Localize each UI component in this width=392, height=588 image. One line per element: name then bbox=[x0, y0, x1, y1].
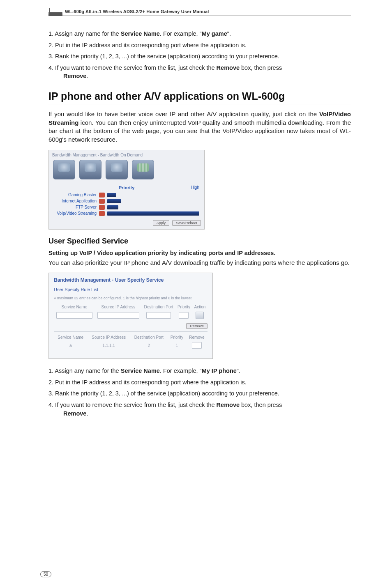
source-ip-input[interactable] bbox=[97, 312, 139, 319]
dest-port-input[interactable] bbox=[146, 312, 171, 319]
bar-row: Gaming Blaster bbox=[54, 193, 199, 198]
page-number: 50 bbox=[40, 571, 51, 577]
bar-fill bbox=[107, 199, 121, 203]
cell-dest-port: 2 bbox=[130, 341, 168, 349]
router-icon bbox=[48, 8, 62, 16]
bar-row: Internet Application bbox=[54, 199, 199, 204]
figure-user-specify: Bandwidth Management - User Specify Serv… bbox=[48, 273, 213, 359]
remove-button[interactable]: Remove bbox=[186, 323, 208, 329]
bar-icon bbox=[99, 193, 105, 198]
save-reboot-button[interactable]: Save/Reboot bbox=[172, 220, 201, 226]
bar-row: FTP Server bbox=[54, 205, 199, 210]
column-header: Action bbox=[192, 304, 208, 311]
bar-icon bbox=[99, 211, 105, 216]
table-row bbox=[54, 311, 208, 320]
bar-icon bbox=[99, 199, 105, 204]
column-header: Source IP Address bbox=[87, 334, 130, 341]
step-item: 2. Put in the IP address and its corresp… bbox=[48, 41, 351, 50]
bar-fill bbox=[107, 193, 116, 197]
subsection-heading: User Specified Service bbox=[48, 237, 351, 246]
bar-label: Gaming Blaster bbox=[54, 193, 97, 197]
bar-icon bbox=[99, 205, 105, 210]
bar-track bbox=[107, 211, 199, 216]
apply-button[interactable]: Apply bbox=[153, 220, 170, 226]
bar-row: VoIp/Video Streaming bbox=[54, 211, 199, 216]
section-paragraph: If you would like to have better voice o… bbox=[48, 110, 351, 144]
step-item: 1. Assign any name for the Service Name.… bbox=[48, 30, 351, 38]
steps-bottom: 1. Assign any name for the Service Name.… bbox=[48, 367, 351, 418]
figure1-caption: Bandwidth Management - Bandwidth On Dema… bbox=[52, 153, 201, 157]
header-bar: WL-600g All-in-1 Wireless ADSL2/2+ Home … bbox=[48, 8, 351, 15]
subsection-bold-line: Setting up VoIP / Video application prio… bbox=[48, 250, 351, 256]
steps-top: 1. Assign any name for the Service Name.… bbox=[48, 30, 351, 80]
add-row-button[interactable] bbox=[196, 312, 204, 319]
bar-label: FTP Server bbox=[54, 205, 97, 209]
footer-rule bbox=[48, 559, 351, 559]
page-number-wrap: 50 bbox=[40, 570, 51, 577]
figure2-divider bbox=[54, 331, 208, 332]
figure2-hint: A maximum 32 entries can be configured. … bbox=[54, 296, 208, 302]
figure1-icon-row bbox=[53, 160, 200, 179]
priority-input[interactable] bbox=[179, 312, 189, 319]
tile-ftp-icon bbox=[106, 160, 128, 179]
step-item: 4. If you want to remove the service fro… bbox=[48, 64, 351, 80]
bar-fill bbox=[107, 211, 199, 216]
bar-track bbox=[107, 199, 199, 203]
column-header: Priority bbox=[168, 334, 186, 341]
step-item: 2. Put in the IP address and its corresp… bbox=[48, 379, 351, 387]
cell-service-name: a bbox=[54, 341, 87, 349]
step-item: 1. Assign any name for the Service Name.… bbox=[48, 367, 351, 375]
cell-priority: 1 bbox=[168, 341, 186, 349]
section-underline bbox=[48, 104, 351, 104]
figure2-title2: User Specify Rule List bbox=[54, 287, 208, 292]
figure1-priority-label: Priority bbox=[54, 185, 199, 190]
column-header: Remove bbox=[186, 334, 208, 341]
table-row: a 1.1.1.1 2 1 bbox=[54, 341, 208, 349]
step-item: 3. Rank the priority (1, 2, 3, ...) of t… bbox=[48, 390, 351, 398]
subsection-paragraph: You can also prioritize your IP phone an… bbox=[48, 259, 351, 267]
column-header: Destination Port bbox=[142, 304, 175, 311]
figure1-high-label: High bbox=[191, 185, 199, 190]
bar-fill bbox=[107, 205, 118, 209]
cell-source-ip: 1.1.1.1 bbox=[87, 341, 130, 349]
remove-checkbox[interactable] bbox=[192, 342, 202, 349]
section-heading: IP phone and other A/V applications on W… bbox=[48, 90, 351, 102]
figure2-table2: Service NameSource IP AddressDestination… bbox=[54, 334, 208, 349]
column-header: Service Name bbox=[54, 304, 95, 311]
bar-track bbox=[107, 193, 199, 197]
figure-bandwidth-chart: Bandwidth Management - Bandwidth On Dema… bbox=[48, 150, 351, 230]
figure2-table1: Service NameSource IP AddressDestination… bbox=[54, 304, 208, 320]
tile-voip-icon bbox=[132, 160, 154, 179]
bar-label: Internet Application bbox=[54, 199, 97, 203]
figure2-title1: Bandwidth Management - User Specify Serv… bbox=[54, 277, 208, 283]
step-item: 4. If you want to remove the service fro… bbox=[48, 401, 351, 418]
column-header: Destination Port bbox=[130, 334, 168, 341]
column-header: Priority bbox=[175, 304, 192, 311]
step-item: 3. Rank the priority (1, 2, 3, ...) of t… bbox=[48, 53, 351, 61]
tile-gaming-icon bbox=[53, 160, 75, 179]
tile-internet-icon bbox=[79, 160, 101, 179]
service-name-input[interactable] bbox=[56, 312, 92, 319]
column-header: Service Name bbox=[54, 334, 87, 341]
bar-label: VoIp/Video Streaming bbox=[54, 211, 97, 216]
manual-title: WL-600g All-in-1 Wireless ADSL2/2+ Home … bbox=[65, 9, 209, 15]
column-header: Source IP Address bbox=[95, 304, 142, 311]
bar-track bbox=[107, 205, 199, 209]
header-rule bbox=[48, 16, 351, 16]
